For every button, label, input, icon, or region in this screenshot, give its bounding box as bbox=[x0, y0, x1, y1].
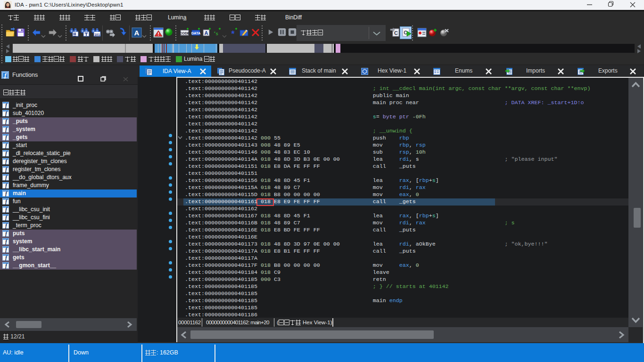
svg-text:101: 101 bbox=[94, 33, 100, 36]
svg-text:A: A bbox=[134, 29, 140, 37]
svg-text:CODE: CODE bbox=[180, 31, 190, 35]
svg-text:C: C bbox=[394, 30, 398, 36]
svg-text:C: C bbox=[404, 30, 407, 35]
svg-text:‘s: ‘s bbox=[214, 30, 218, 37]
svg-text:DATA: DATA bbox=[191, 31, 201, 35]
svg-text:*: * bbox=[231, 29, 234, 38]
svg-text:A: A bbox=[205, 30, 208, 36]
